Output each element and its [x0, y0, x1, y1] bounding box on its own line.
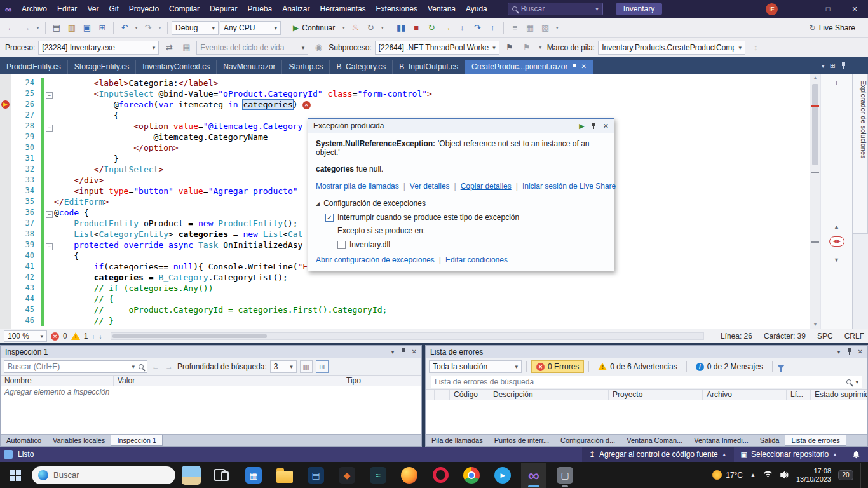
panel-tab-salida[interactable]: Salida: [754, 435, 785, 446]
errors-filter-button[interactable]: ✕ 0 Errores: [531, 360, 584, 373]
filter-icon[interactable]: [777, 365, 785, 369]
restart-debugging[interactable]: ↻: [424, 21, 438, 35]
panel-tab-inspeccion-1[interactable]: Inspección 1: [111, 435, 163, 446]
save-file[interactable]: ▣: [80, 21, 94, 35]
window-layout-icon[interactable]: ⊞: [830, 62, 836, 70]
watch-tool-icon-2[interactable]: ⊞: [316, 360, 329, 373]
menu-proyecto[interactable]: Proyecto: [124, 0, 164, 18]
flag-dropdown-icon[interactable]: ▾: [537, 41, 544, 55]
document-tab-navmenu-razor[interactable]: NavMenu.razor: [217, 60, 282, 74]
scrollbar-down-icon[interactable]: ▼: [810, 320, 820, 329]
process-dropdown[interactable]: [23284] Inventary.exe: [38, 41, 159, 55]
search-box[interactable]: Buscar ▾: [508, 3, 603, 15]
break-on-exception-row[interactable]: ✓ Interrumpir cuando se produce este tip…: [325, 213, 606, 222]
step-over[interactable]: ↷: [470, 21, 484, 35]
widgets-button[interactable]: [182, 466, 201, 485]
active-files-dropdown-icon[interactable]: ▾: [822, 62, 825, 69]
new-file[interactable]: ▤: [50, 21, 64, 35]
document-tab-b-category-cs[interactable]: B_Category.cs: [330, 60, 393, 74]
task-view-button[interactable]: [214, 469, 226, 481]
breakpoint-margin[interactable]: [0, 78, 11, 88]
breakpoint-margin[interactable]: [0, 110, 11, 121]
document-tab-b-inputoutput-cs[interactable]: B_InputOutput.cs: [393, 60, 465, 74]
collapse-region-icon[interactable]: −: [46, 92, 53, 99]
solution-name-badge[interactable]: Inventary: [616, 3, 662, 15]
close-icon[interactable]: ✕: [412, 348, 417, 355]
weather-widget[interactable]: 17°C: [712, 470, 743, 480]
pin-icon[interactable]: [841, 62, 846, 69]
taskbar-app-dark-blue[interactable]: ▤: [303, 463, 329, 488]
menu-editar[interactable]: Editar: [52, 0, 82, 18]
solution-explorer-collapsed-tab[interactable]: Explorador de soluciones: [852, 74, 868, 234]
warning-count-icon[interactable]: !: [71, 332, 80, 340]
step-out[interactable]: ↑: [485, 21, 499, 35]
opera[interactable]: [428, 463, 453, 488]
menu-depurar[interactable]: Depurar: [205, 0, 242, 18]
watch-column-tipo[interactable]: Tipo: [342, 376, 421, 386]
breakpoint-margin[interactable]: [0, 229, 11, 240]
exception-link-mostrar-pila-de-llamadas[interactable]: Mostrar pila de llamadas: [316, 182, 399, 191]
error-column-estado-suprimido[interactable]: Estado suprimido: [811, 390, 867, 400]
panel-tab-lista-de-errores[interactable]: Lista de errores: [785, 435, 846, 446]
breakpoint-margin[interactable]: [0, 153, 11, 164]
notifications-button[interactable]: [844, 447, 868, 462]
undo[interactable]: ↶: [118, 21, 132, 35]
watch-grid-body[interactable]: Agregar elemento a inspección: [1, 386, 421, 434]
pin-icon[interactable]: [400, 348, 406, 355]
navigate-back[interactable]: ←: [4, 21, 18, 35]
taskbar-search-box[interactable]: Buscar: [32, 466, 175, 484]
firefox[interactable]: [397, 463, 422, 488]
hot-reload[interactable]: ♨: [348, 21, 362, 35]
error-column-blank-0[interactable]: [426, 390, 435, 400]
breakpoint-margin[interactable]: [0, 240, 11, 250]
search-forward-icon[interactable]: →: [164, 362, 174, 371]
user-avatar[interactable]: IF: [766, 3, 778, 15]
navigation-history-dropdown[interactable]: ▾: [34, 21, 41, 35]
thread-dropdown[interactable]: [22644] .NET ThreadPool Worker: [375, 41, 499, 55]
lifecycle-icon-2[interactable]: ▦: [179, 41, 193, 55]
editor-vertical-scrollbar[interactable]: ▲ ▼: [810, 74, 820, 329]
chrome[interactable]: [459, 463, 484, 488]
error-column-blank-1[interactable]: [435, 390, 450, 400]
error-grid-body[interactable]: [426, 400, 867, 434]
exception-settings-section[interactable]: ◢ Configuración de excepciones: [316, 199, 606, 208]
scrollbar-thumb[interactable]: [112, 334, 266, 338]
exclude-dll-row[interactable]: Inventary.dll: [337, 240, 606, 249]
editor-horizontal-scrollbar[interactable]: [111, 332, 704, 340]
stop-debugging[interactable]: ■: [409, 21, 423, 35]
warning-count[interactable]: 1: [84, 332, 88, 341]
document-tab-storageentity-cs[interactable]: StorageEntity.cs: [68, 60, 136, 74]
exception-popup-header[interactable]: Excepción producida ▶ ✕: [308, 119, 614, 133]
breakpoint-margin[interactable]: [0, 272, 11, 283]
breakpoint-margin[interactable]: [0, 218, 11, 229]
start-button[interactable]: [3, 463, 28, 488]
taskbar-app-dark[interactable]: ◆: [334, 463, 360, 488]
error-column-li[interactable]: Lí...: [787, 390, 811, 400]
menu-ventana[interactable]: Ventana: [423, 0, 461, 18]
apply-code-changes[interactable]: ↻: [363, 21, 377, 35]
chevron-down-icon[interactable]: ▾: [837, 348, 841, 355]
breakpoint-margin[interactable]: [0, 142, 11, 153]
zoom-dropdown[interactable]: 100 %: [4, 330, 47, 342]
minimize-button[interactable]: —: [788, 0, 815, 18]
solution-configurations-dropdown[interactable]: Debug: [172, 21, 219, 35]
hot-reload-dropdown[interactable]: ▾: [379, 21, 386, 35]
panel-tab-variables-locales[interactable]: Variables locales: [47, 435, 111, 446]
step-into[interactable]: ↓: [455, 21, 469, 35]
error-column-proyecto[interactable]: Proyecto: [609, 390, 703, 400]
navigate-forward[interactable]: →: [19, 21, 33, 35]
panel-tab-puntos-de-interr[interactable]: Puntos de interr...: [489, 435, 555, 446]
open-file[interactable]: ▥: [65, 21, 79, 35]
watch-tool-icon-1[interactable]: ▥: [300, 360, 313, 373]
checkbox-unchecked-icon[interactable]: [337, 241, 346, 249]
windows-list[interactable]: ▧: [538, 21, 552, 35]
breakpoint-margin[interactable]: [0, 196, 11, 207]
redo[interactable]: ↷: [141, 21, 155, 35]
document-tab-inventarycontext-cs[interactable]: InventaryContext.cs: [136, 60, 217, 74]
collapse-region-icon[interactable]: −: [46, 211, 53, 218]
menu-extensiones[interactable]: Extensiones: [371, 0, 423, 18]
break-all[interactable]: ▮▮: [394, 21, 408, 35]
notification-count-badge[interactable]: 20: [838, 470, 853, 480]
pin-icon[interactable]: [571, 64, 577, 71]
diagnostics-window[interactable]: ▦: [523, 21, 537, 35]
